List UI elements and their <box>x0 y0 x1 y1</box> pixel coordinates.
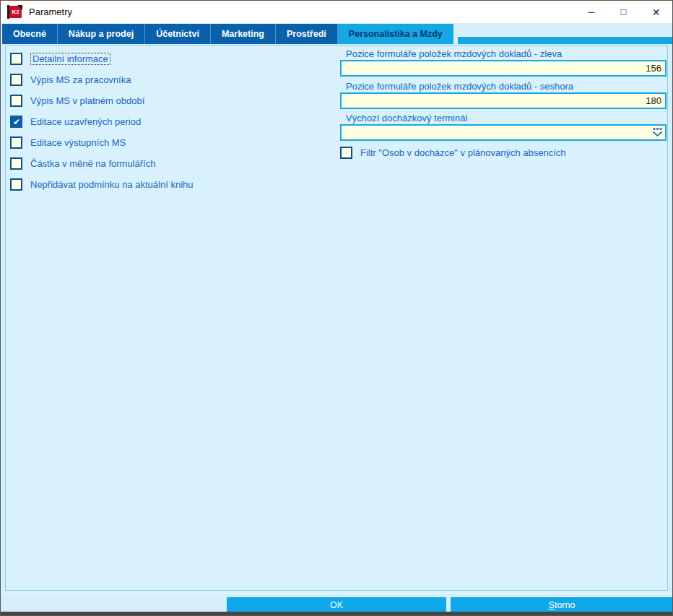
tab-prostredi[interactable]: Prostředí <box>276 24 338 44</box>
checkbox-box[interactable] <box>10 178 22 191</box>
input-pozice-seshora[interactable] <box>340 92 667 109</box>
checkbox-box[interactable] <box>10 95 22 107</box>
checkbox-castka-v-mene-na-formularich[interactable]: Částka v měně na formulářích <box>10 157 193 170</box>
left-options-column: Detailní informace Výpis MS za pracovník… <box>10 53 193 199</box>
checkbox-label: Výpis MS za pracovníka <box>30 74 131 85</box>
storno-button[interactable]: Storno <box>451 597 673 613</box>
tab-marketing[interactable]: Marketing <box>211 24 276 44</box>
parametry-dialog: K2 Parametry ─ □ ✕ Obecné Nákup a prodej… <box>0 0 673 616</box>
close-button[interactable]: ✕ <box>640 1 672 23</box>
checkbox-box[interactable] <box>10 157 22 170</box>
window-title: Parametry <box>29 6 72 17</box>
tab-content-panel: Detailní informace Výpis MS za pracovník… <box>5 45 668 591</box>
checkbox-box[interactable] <box>10 53 22 65</box>
checkbox-box-checked[interactable] <box>10 116 22 128</box>
checkbox-label: Detailní informace <box>30 53 110 65</box>
title-bar: K2 Parametry ─ □ ✕ <box>1 1 672 23</box>
input-pozice-zleva[interactable] <box>340 60 667 77</box>
maximize-button[interactable]: □ <box>607 1 640 23</box>
combo-dochazkovy-terminal[interactable] <box>340 124 667 141</box>
field-label-dochazkovy-terminal: Výchozí docházkový terminál <box>346 113 667 124</box>
checkbox-label: Filtr "Osob v docházce" v plánovaných ab… <box>360 147 566 158</box>
checkbox-filtr-osob-v-dochazce[interactable]: Filtr "Osob v docházce" v plánovaných ab… <box>340 147 667 159</box>
checkbox-editace-vystupnich-ms[interactable]: Editace výstupních MS <box>10 136 193 149</box>
checkbox-label: Editace výstupních MS <box>30 137 126 148</box>
k2-logo-icon: K2 <box>7 5 22 19</box>
tab-bar: Obecné Nákup a prodej Účetnictví Marketi… <box>1 24 672 44</box>
checkbox-vypis-ms-v-platnem-obdobi[interactable]: Výpis MS v platném období <box>10 95 193 107</box>
checkbox-detailni-informace[interactable]: Detailní informace <box>10 53 193 65</box>
checkbox-nepridavat-podminku[interactable]: Nepřidávat podmínku na aktuální knihu <box>10 178 193 191</box>
footer-separator <box>1 593 673 594</box>
storno-button-label: Storno <box>549 600 576 610</box>
tab-personalistika-a-mzdy[interactable]: Personalistika a Mzdy <box>338 24 453 44</box>
checkbox-label: Výpis MS v platném období <box>30 95 144 106</box>
checkbox-label: Částka v měně na formulářích <box>30 158 155 169</box>
checkbox-vypis-ms-za-pracovnika[interactable]: Výpis MS za pracovníka <box>10 74 193 86</box>
minimize-icon: ─ <box>588 6 594 17</box>
tab-bar-accent-strip <box>458 37 672 44</box>
minimize-button[interactable]: ─ <box>575 1 607 23</box>
ok-button-label: OK <box>330 600 343 610</box>
tab-ucetnictvi[interactable]: Účetnictví <box>145 24 211 44</box>
checkbox-label: Editace uzavřených period <box>30 116 141 127</box>
field-label-pozice-zleva: Pozice formuláře položek mzdových doklad… <box>346 48 667 60</box>
checkbox-label: Nepřidávat podmínku na aktuální knihu <box>30 179 193 190</box>
window-controls: ─ □ ✕ <box>575 1 672 23</box>
window-bottom-edge <box>1 612 673 615</box>
checkbox-editace-uzavrenych-period[interactable]: Editace uzavřených period <box>10 116 193 128</box>
tab-nakup-a-prodej[interactable]: Nákup a prodej <box>58 24 145 44</box>
checkbox-box[interactable] <box>10 74 22 86</box>
maximize-icon: □ <box>621 6 627 17</box>
ok-button[interactable]: OK <box>227 597 446 613</box>
tab-obecne[interactable]: Obecné <box>2 24 58 44</box>
checkbox-box[interactable] <box>10 136 22 149</box>
right-fields-column: Pozice formuláře položek mzdových doklad… <box>340 48 667 168</box>
combo-input[interactable] <box>340 124 667 141</box>
dropdown-icon[interactable] <box>652 128 663 137</box>
close-icon: ✕ <box>652 6 661 18</box>
checkbox-box[interactable] <box>340 147 352 159</box>
field-label-pozice-seshora: Pozice formuláře položek mzdových doklad… <box>346 81 667 92</box>
